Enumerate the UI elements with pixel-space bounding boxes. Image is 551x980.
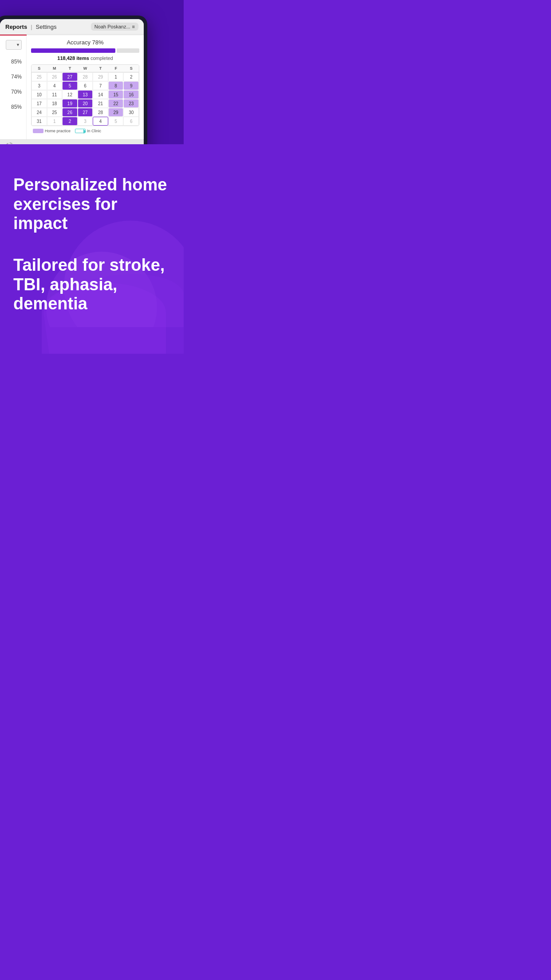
nav-settings-label: Settings [36,24,57,30]
cal-cell: 5 [108,117,124,126]
cal-cell: 16 [123,90,139,99]
calendar-body: 25 26 27 28 29 1 2 3 4 [31,72,139,126]
cal-cell: 8 [108,81,124,90]
cal-cell: 4 [93,117,108,126]
cal-cell: 31 [31,117,47,126]
nav-divider: | [31,24,32,30]
cal-cell: 13 [78,90,93,99]
cal-cell: 21 [93,99,108,108]
sidebar-dropdown-row: ▼ [2,40,24,50]
cal-cell: 26 [47,72,63,81]
cal-cell: 6 [78,81,93,90]
cal-cell: 3 [78,117,93,126]
cal-header-s1: S [31,65,47,72]
content-area: ▼ 85% 74% 70% [0,36,144,139]
cal-cell: 12 [62,90,78,99]
cal-cell: 19 [62,99,78,108]
legend-clinic-label: In Clinic [87,129,101,133]
cal-cell: 15 [108,90,124,99]
progress-bar [31,48,139,53]
progress-bar-fill [31,48,115,53]
sidebar-percent-4: 85% [2,104,24,110]
cal-cell: 28 [93,108,108,117]
cal-header-m: M [47,65,63,72]
cal-cell: 29 [93,72,108,81]
cal-cell: 27 [78,108,93,117]
cal-cell: 20 [78,99,93,108]
items-count: 118,428 items [57,55,89,61]
items-completed: 118,428 items completed [31,55,139,61]
headline: Personalized home exercises for impact [13,175,170,233]
subheadline-line2: TBI, aphasia, [13,275,117,294]
subheadline-line3: dementia [13,294,87,313]
tablet-nav: Reports | Settings Noah Poskanz... ≡ [0,19,144,35]
cal-cell: 25 [31,72,47,81]
nav-user-label: Noah Poskanz... [94,24,130,29]
cal-header-t1: T [62,65,78,72]
nav-user-button[interactable]: Noah Poskanz... ≡ [91,23,138,31]
tablet-screen: Reports | Settings Noah Poskanz... ≡ [0,19,144,144]
sidebar: ▼ 85% 74% 70% [0,36,27,139]
cal-cell: 29 [108,108,124,117]
subheadline: Tailored for stroke, TBI, aphasia, demen… [13,256,170,314]
sidebar-percent-3: 70% [2,89,24,95]
items-label: completed [89,55,113,61]
sidebar-pct-label-1: 85% [11,59,22,65]
legend-home-box [33,129,43,133]
cal-cell: 18 [47,99,63,108]
cal-cell: 24 [31,108,47,117]
headline-line1: Personalized home [13,175,167,194]
headline-line2: exercises for impact [13,195,118,233]
cal-header-t2: T [93,65,108,72]
legend-home-label: Home practice [45,129,71,133]
tablet-device: Reports | Settings Noah Poskanz... ≡ [0,16,147,144]
subheadline-line1: Tailored for stroke, [13,256,165,274]
hamburger-icon: ≡ [132,24,135,29]
sidebar-pct-label-3: 70% [11,89,22,95]
cal-cell: 1 [47,117,63,126]
accuracy-title: Accuracy 78% [31,39,139,46]
cal-cell: 1 [108,72,124,81]
cal-header-f: F [108,65,124,72]
cal-cell: 25 [47,108,63,117]
cal-header-s2: S [123,65,139,72]
cal-cell: 17 [31,99,47,108]
cal-cell: 7 [93,81,108,90]
cal-cell: 30 [123,108,139,117]
cal-cell: 2 [62,117,78,126]
legend-home: Home practice [33,129,71,133]
cal-header-w: W [78,65,93,72]
cal-cell: 5 [62,81,78,90]
progress-note-bar: Progress note [0,139,144,144]
cal-cell: 28 [78,72,93,81]
calendar-legend: Home practice In Clinic [31,126,139,136]
sidebar-percent-1: 85% [2,59,24,65]
tablet-mockup: Reports | Settings Noah Poskanz... ≡ [0,16,184,144]
sidebar-percent-2: 74% [2,74,24,80]
cal-cell: 23 [123,99,139,108]
page-container: Reports | Settings Noah Poskanz... ≡ [0,0,184,354]
cal-cell: 10 [31,90,47,99]
main-chart-content: Accuracy 78% 118,428 items completed [27,36,144,139]
dropdown-arrow-icon: ▼ [16,43,20,47]
cal-cell: 9 [123,81,139,90]
legend-clinic: In Clinic [75,129,101,133]
cal-cell: 27 [62,72,78,81]
progress-bar-empty [117,48,139,53]
cal-cell: 26 [62,108,78,117]
calendar: S M T W T F S 25 [31,64,139,126]
sidebar-dropdown[interactable]: ▼ [6,40,22,50]
cal-cell: 4 [47,81,63,90]
cal-cell: 14 [93,90,108,99]
calendar-header: S M T W T F S [31,65,139,72]
sidebar-pct-label-2: 74% [11,74,22,80]
legend-clinic-box [75,129,86,133]
cal-cell: 11 [47,90,63,99]
cal-cell: 22 [108,99,124,108]
sidebar-pct-label-4: 85% [11,104,22,110]
nav-reports-label: Reports [5,24,27,30]
cal-cell: 6 [123,117,139,126]
cal-cell: 2 [123,72,139,81]
cal-cell: 3 [31,81,47,90]
